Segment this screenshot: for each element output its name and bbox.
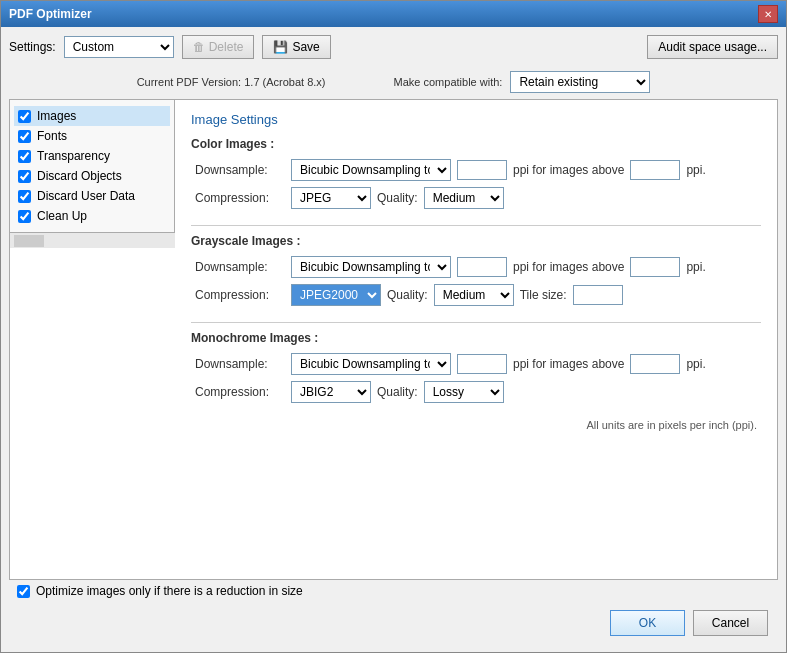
fonts-checkbox[interactable] (18, 130, 31, 143)
transparency-checkbox[interactable] (18, 150, 31, 163)
monochrome-images-section: Monochrome Images : Downsample: Bicubic … (191, 331, 761, 403)
clean-up-label: Clean Up (37, 209, 87, 223)
optimize-checkbox[interactable] (17, 585, 30, 598)
gray-downsample-label: Downsample: (195, 260, 285, 274)
toolbar: Settings: Custom 🗑 Delete 💾 Save Audit s… (9, 35, 778, 59)
gray-tile-size-input[interactable]: 256 (573, 285, 623, 305)
grayscale-images-section: Grayscale Images : Downsample: Bicubic D… (191, 234, 761, 306)
color-ppi-above-input[interactable]: 300 (630, 160, 680, 180)
images-checkbox[interactable] (18, 110, 31, 123)
mono-quality-select[interactable]: Lossy (424, 381, 504, 403)
images-label: Images (37, 109, 76, 123)
settings-label: Settings: (9, 40, 56, 54)
divider-1 (191, 225, 761, 226)
right-panel: Image Settings Color Images : Downsample… (175, 100, 777, 579)
color-compression-label: Compression: (195, 191, 285, 205)
divider-2 (191, 322, 761, 323)
clean-up-checkbox[interactable] (18, 210, 31, 223)
discard-user-data-label: Discard User Data (37, 189, 135, 203)
optimize-label: Optimize images only if there is a reduc… (36, 584, 303, 598)
pdf-optimizer-window: PDF Optimizer ✕ Settings: Custom 🗑 Delet… (0, 0, 787, 653)
close-button[interactable]: ✕ (758, 5, 778, 23)
gray-quality-label: Quality: (387, 288, 428, 302)
gray-ppi-above-input[interactable]: 225 (630, 257, 680, 277)
grayscale-images-title: Grayscale Images : (191, 234, 761, 248)
gray-tile-size-label: Tile size: (520, 288, 567, 302)
sidebar-item-clean-up[interactable]: Clean Up (14, 206, 170, 226)
content-area: Settings: Custom 🗑 Delete 💾 Save Audit s… (1, 27, 786, 652)
mono-downsample-select[interactable]: Bicubic Downsampling to (291, 353, 451, 375)
color-ppi-for-above-label: ppi for images above (513, 163, 624, 177)
mono-downsample-row: Downsample: Bicubic Downsampling to 300 … (191, 353, 761, 375)
sidebar-item-transparency[interactable]: Transparency (14, 146, 170, 166)
mono-compression-label: Compression: (195, 385, 285, 399)
color-downsample-select[interactable]: Bicubic Downsampling to (291, 159, 451, 181)
save-icon: 💾 (273, 40, 288, 54)
save-label: Save (292, 40, 319, 54)
sidebar-scrollbar[interactable] (10, 232, 175, 248)
gray-compression-label: Compression: (195, 288, 285, 302)
monochrome-images-title: Monochrome Images : (191, 331, 761, 345)
color-compression-row: Compression: JPEG Quality: Medium (191, 187, 761, 209)
gray-compression-row: Compression: JPEG2000 Quality: Medium Ti… (191, 284, 761, 306)
ok-button[interactable]: OK (610, 610, 685, 636)
current-pdf-version: Current PDF Version: 1.7 (Acrobat 8.x) (137, 76, 326, 88)
bottom-buttons: OK Cancel (9, 602, 778, 644)
mono-downsample-label: Downsample: (195, 357, 285, 371)
delete-icon: 🗑 (193, 40, 205, 54)
optimize-row: Optimize images only if there is a reduc… (9, 580, 778, 602)
color-quality-select[interactable]: Medium (424, 187, 504, 209)
gray-quality-select[interactable]: Medium (434, 284, 514, 306)
panel-title: Image Settings (191, 112, 761, 127)
fonts-label: Fonts (37, 129, 67, 143)
color-images-title: Color Images : (191, 137, 761, 151)
mono-ppi-suffix: ppi. (686, 357, 705, 371)
sidebar: Images Fonts Transparency Discard Object… (10, 100, 175, 232)
info-bar: Current PDF Version: 1.7 (Acrobat 8.x) M… (9, 67, 778, 99)
sidebar-item-images[interactable]: Images (14, 106, 170, 126)
mono-compression-row: Compression: JBIG2 Quality: Lossy (191, 381, 761, 403)
color-ppi-suffix: ppi. (686, 163, 705, 177)
gray-ppi-suffix: ppi. (686, 260, 705, 274)
sidebar-container: Images Fonts Transparency Discard Object… (10, 100, 175, 579)
title-bar-controls: ✕ (758, 5, 778, 23)
window-title: PDF Optimizer (9, 7, 92, 21)
settings-select[interactable]: Custom (64, 36, 174, 58)
make-compatible-row: Make compatible with: Retain existing (394, 71, 651, 93)
sidebar-item-fonts[interactable]: Fonts (14, 126, 170, 146)
discard-user-data-checkbox[interactable] (18, 190, 31, 203)
color-downsample-label: Downsample: (195, 163, 285, 177)
title-bar: PDF Optimizer ✕ (1, 1, 786, 27)
save-button[interactable]: 💾 Save (262, 35, 330, 59)
mono-ppi-above-input[interactable]: 400 (630, 354, 680, 374)
cancel-button[interactable]: Cancel (693, 610, 768, 636)
mono-compression-select[interactable]: JBIG2 (291, 381, 371, 403)
gray-compression-select[interactable]: JPEG2000 (291, 284, 381, 306)
audit-button[interactable]: Audit space usage... (647, 35, 778, 59)
color-ppi-input[interactable]: 200 (457, 160, 507, 180)
discard-objects-label: Discard Objects (37, 169, 122, 183)
mono-quality-label: Quality: (377, 385, 418, 399)
gray-downsample-row: Downsample: Bicubic Downsampling to 150 … (191, 256, 761, 278)
sidebar-item-discard-objects[interactable]: Discard Objects (14, 166, 170, 186)
main-panel: Images Fonts Transparency Discard Object… (9, 99, 778, 580)
make-compatible-select[interactable]: Retain existing (510, 71, 650, 93)
delete-label: Delete (209, 40, 244, 54)
gray-ppi-input[interactable]: 150 (457, 257, 507, 277)
discard-objects-checkbox[interactable] (18, 170, 31, 183)
delete-button[interactable]: 🗑 Delete (182, 35, 255, 59)
mono-ppi-input[interactable]: 300 (457, 354, 507, 374)
mono-ppi-for-above-label: ppi for images above (513, 357, 624, 371)
color-images-section: Color Images : Downsample: Bicubic Downs… (191, 137, 761, 209)
units-note: All units are in pixels per inch (ppi). (191, 419, 761, 431)
color-downsample-row: Downsample: Bicubic Downsampling to 200 … (191, 159, 761, 181)
color-compression-select[interactable]: JPEG (291, 187, 371, 209)
sidebar-item-discard-user-data[interactable]: Discard User Data (14, 186, 170, 206)
make-compatible-label: Make compatible with: (394, 76, 503, 88)
gray-downsample-select[interactable]: Bicubic Downsampling to (291, 256, 451, 278)
transparency-label: Transparency (37, 149, 110, 163)
gray-ppi-for-above-label: ppi for images above (513, 260, 624, 274)
color-quality-label: Quality: (377, 191, 418, 205)
